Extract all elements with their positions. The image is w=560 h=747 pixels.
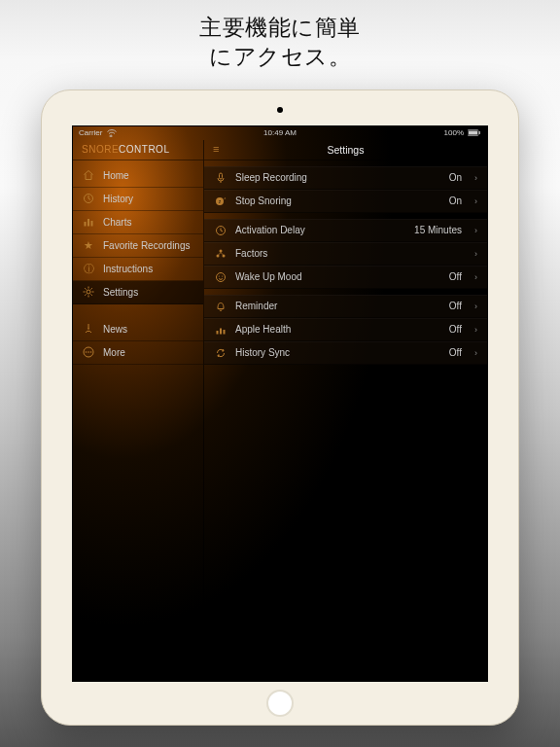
app-title: SNORECONTROL: [73, 140, 203, 160]
star-icon: ★: [83, 239, 94, 251]
settings-group-2: Activation Delay 15 Minutes › Factors › …: [204, 219, 487, 289]
news-icon: [83, 323, 94, 335]
health-icon: [214, 323, 227, 336]
svg-rect-6: [91, 221, 93, 227]
page-title: Settings: [204, 144, 487, 156]
chevron-right-icon: ›: [474, 196, 477, 206]
row-value: On: [449, 196, 462, 206]
chevron-right-icon: ›: [474, 325, 477, 335]
row-value: Off: [449, 301, 462, 311]
sidebar-item-label: History: [103, 194, 133, 204]
svg-point-18: [86, 351, 88, 353]
sidebar-item-settings[interactable]: Settings: [73, 281, 203, 304]
row-value: Off: [449, 347, 462, 358]
svg-rect-33: [220, 328, 222, 334]
sidebar-section-1: Home History Charts ★ Favorite Recording…: [73, 164, 203, 304]
chevron-right-icon: ›: [474, 302, 477, 311]
home-icon: [83, 169, 94, 181]
row-factors[interactable]: Factors ›: [204, 242, 487, 266]
zzz-icon: zz: [214, 195, 227, 207]
app-title-b: CONTROL: [119, 144, 169, 155]
app-screen: Carrier 10:49 AM 100% SNORECONTROL: [72, 125, 488, 682]
sidebar-item-news[interactable]: News: [73, 318, 203, 341]
svg-point-26: [219, 249, 222, 252]
sidebar-item-label: Settings: [103, 287, 138, 298]
marketing-headline: 主要機能に簡単 にアクセス。: [199, 0, 361, 72]
svg-point-30: [218, 275, 219, 276]
history-icon: [83, 193, 94, 204]
row-history-sync[interactable]: History Sync Off ›: [204, 341, 487, 365]
mood-icon: [214, 270, 227, 283]
mic-icon: [214, 171, 227, 184]
bell-icon: [214, 300, 227, 312]
row-label: Factors: [235, 248, 453, 259]
svg-point-7: [87, 290, 90, 294]
row-value: 15 Minutes: [414, 225, 462, 235]
svg-line-12: [85, 288, 86, 289]
sidebar-item-home[interactable]: Home: [73, 164, 203, 188]
sidebar-item-instructions[interactable]: ⓘ Instructions: [73, 258, 203, 281]
row-activation-delay[interactable]: Activation Delay 15 Minutes ›: [204, 219, 487, 242]
clock-icon: [214, 224, 227, 236]
sidebar-item-label: Favorite Recordings: [103, 240, 190, 251]
svg-point-19: [88, 351, 89, 353]
row-value: On: [449, 172, 462, 183]
main-titlebar: ≡ Settings: [204, 140, 487, 160]
svg-rect-34: [223, 330, 225, 335]
svg-rect-4: [85, 222, 87, 227]
row-sleep-recording[interactable]: Sleep Recording On ›: [204, 166, 487, 190]
sync-icon: [214, 346, 227, 359]
chevron-right-icon: ›: [474, 348, 477, 358]
sidebar-section-2: News More: [73, 318, 203, 365]
menu-icon[interactable]: ≡: [213, 144, 219, 155]
sidebar-item-label: Home: [103, 170, 129, 181]
svg-rect-5: [88, 219, 89, 227]
factors-icon: [214, 247, 227, 260]
sidebar-item-favorite-recordings[interactable]: ★ Favorite Recordings: [73, 234, 203, 258]
sidebar-item-label: News: [103, 324, 127, 335]
sidebar-item-history[interactable]: History: [73, 188, 203, 211]
chevron-right-icon: ›: [474, 173, 477, 183]
svg-line-14: [90, 288, 91, 289]
row-wake-up-mood[interactable]: Wake Up Mood Off ›: [204, 266, 487, 289]
svg-point-29: [216, 272, 225, 281]
sidebar-item-more[interactable]: More: [73, 341, 203, 365]
svg-rect-32: [216, 331, 218, 335]
ipad-camera: [277, 107, 283, 113]
sidebar: SNORECONTROL Home History Charts: [73, 140, 204, 681]
chevron-right-icon: ›: [474, 226, 477, 235]
settings-group-1: Sleep Recording On › zz Stop Snoring On …: [204, 166, 487, 213]
headline-line-2: にアクセス。: [209, 44, 351, 69]
row-label: Wake Up Mood: [235, 271, 440, 282]
more-icon: [83, 346, 94, 358]
headline-line-1: 主要機能に簡単: [199, 15, 361, 40]
svg-rect-21: [219, 173, 222, 179]
sidebar-item-label: Instructions: [103, 264, 153, 274]
ipad-home-button[interactable]: [266, 690, 294, 717]
ipad-frame: Carrier 10:49 AM 100% SNORECONTROL: [41, 89, 519, 726]
sidebar-item-charts[interactable]: Charts: [73, 211, 203, 234]
row-reminder[interactable]: Reminder Off ›: [204, 295, 487, 318]
settings-group-3: Reminder Off › Apple Health Off › Histor…: [204, 295, 487, 365]
row-label: Stop Snoring: [235, 196, 440, 206]
row-label: Apple Health: [235, 324, 440, 335]
app-title-a: SNORE: [82, 144, 119, 155]
svg-point-31: [222, 275, 223, 276]
svg-point-16: [88, 328, 89, 330]
chevron-right-icon: ›: [474, 272, 477, 282]
svg-line-15: [85, 295, 86, 296]
svg-text:z: z: [224, 196, 226, 200]
gear-icon: [83, 286, 94, 298]
row-label: Reminder: [235, 301, 440, 311]
row-label: History Sync: [235, 347, 440, 358]
sidebar-item-label: Charts: [103, 217, 131, 228]
row-label: Sleep Recording: [235, 172, 440, 183]
row-apple-health[interactable]: Apple Health Off ›: [204, 318, 487, 341]
svg-point-20: [90, 351, 92, 353]
status-time: 10:49 AM: [73, 128, 487, 137]
chevron-right-icon: ›: [474, 249, 477, 259]
row-label: Activation Delay: [235, 225, 405, 235]
row-stop-snoring[interactable]: zz Stop Snoring On ›: [204, 190, 487, 213]
svg-line-13: [90, 295, 91, 296]
row-value: Off: [449, 324, 462, 335]
